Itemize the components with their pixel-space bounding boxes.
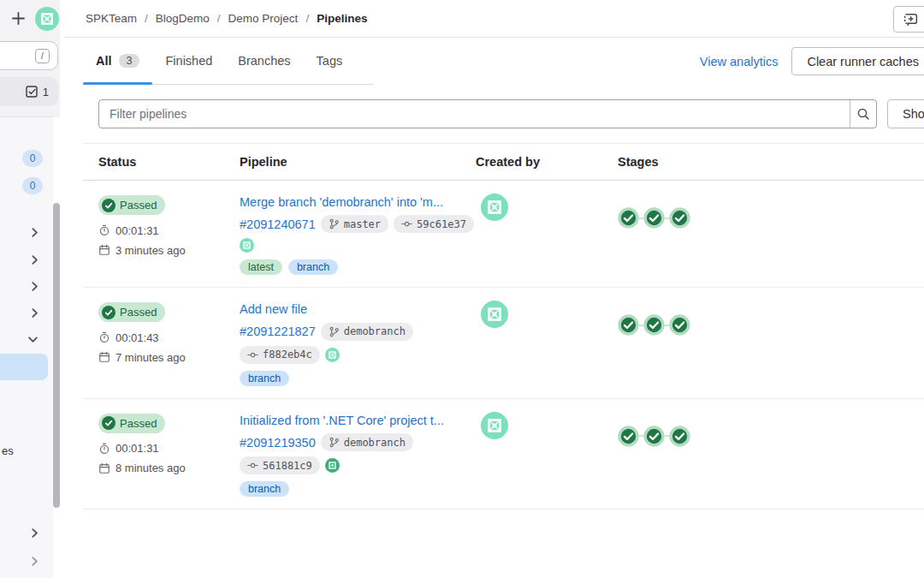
commit-sha-pill[interactable]: 59c61e37 [394,215,474,233]
nav-expand-chevron[interactable] [29,227,40,238]
pipeline-duration: 00:01:31 [98,442,240,455]
left-sidebar: / 1 0 0 es [0,0,65,578]
branch-name: master [344,218,381,230]
stage-passed[interactable] [643,426,665,447]
creator-avatar[interactable] [481,412,508,439]
pipeline-age: 7 minutes ago [98,351,240,364]
pipeline-duration: 00:01:31 [98,224,240,237]
pipeline-title-link[interactable]: Initialized from '.NET Core' project t..… [240,414,476,428]
breadcrumb: SPKTeam / BlogDemo / Demo Project / Pipe… [86,12,367,25]
column-header-pipeline: Pipeline [240,155,476,169]
stage-passed[interactable] [643,207,665,229]
commit-author-avatar[interactable] [325,458,340,473]
nav-expand-chevron[interactable] [29,307,40,319]
branch-ref-pill[interactable]: demobranch [321,433,413,451]
nav-expand-chevron[interactable] [29,527,40,539]
commit-sha-pill[interactable]: f882eb4c [240,346,320,364]
pipeline-title-link[interactable]: Add new file [240,302,476,317]
creator-avatar[interactable] [481,301,508,328]
stage-passed[interactable] [618,314,639,336]
view-analytics-link[interactable]: View analytics [700,55,779,69]
stages-cell [618,414,924,497]
breadcrumb-project[interactable]: Demo Project [228,12,299,25]
age-text: 8 minutes ago [116,462,186,474]
search-button[interactable] [850,100,876,128]
created-by-cell [476,195,618,275]
stage-passed[interactable] [643,314,665,336]
commit-author-avatar[interactable] [240,238,254,253]
chevron-right-icon [29,227,40,238]
nav-collapse-chevron[interactable] [27,334,38,345]
commit-sha: 59c61e37 [417,218,466,230]
bubble-plus-icon [903,11,919,27]
status-badge[interactable]: Passed [98,414,165,433]
pipeline-tags: branch [240,371,476,386]
bubble-plus-button[interactable] [893,6,924,33]
todos-button[interactable]: 1 [0,77,58,106]
nav-expand-chevron[interactable] [29,281,40,292]
pipeline-id-link[interactable]: #2091221827 [240,325,316,338]
status-badge[interactable]: Passed [98,302,165,322]
tab-tags[interactable]: Tags [304,38,356,84]
pipeline-title-link[interactable]: Merge branch 'demobranch' into 'm... [240,195,476,210]
create-new-button[interactable] [10,10,27,27]
stage-check-icon [643,314,665,336]
nav-count-badge[interactable]: 0 [22,177,43,194]
tag-branch: branch [240,371,289,386]
status-badge[interactable]: Passed [98,195,165,215]
status-passed-icon [102,416,116,430]
pipeline-id-link[interactable]: #2091219350 [240,436,316,450]
commit-author-avatar[interactable] [325,348,340,362]
nav-expand-chevron[interactable] [29,254,40,265]
creator-avatar[interactable] [481,194,508,221]
status-cell: Passed 00:01:43 7 minutes ago [98,302,240,385]
pipeline-meta: #2091240671 master 59c61e37 [240,215,476,253]
sidebar-divider [0,116,53,117]
branch-ref-pill[interactable]: master [321,215,388,233]
pipeline-scope-tabs: All 3 Finished Branches Tags [83,38,374,85]
filter-pipelines-input[interactable] [99,100,850,128]
branch-icon [329,437,340,448]
sidebar-scrollbar[interactable] [53,203,60,508]
commit-icon [401,218,412,229]
stages-cell [618,195,924,275]
sidebar-item-pipelines-selected[interactable] [0,354,48,380]
slash-shortcut-key: / [35,49,50,63]
stage-check-icon [618,207,639,229]
user-avatar[interactable] [35,7,59,31]
stage-passed[interactable] [669,207,690,229]
commit-sha: f882eb4c [263,349,312,361]
tab-finished[interactable]: Finished [152,38,225,84]
nav-count-badge[interactable]: 0 [22,150,43,167]
stage-check-icon [643,426,665,447]
table-row: Passed 00:01:31 3 minutes ago Merge bran… [83,181,924,288]
breadcrumb-separator: / [145,12,148,25]
branch-ref-pill[interactable]: demobranch [321,323,413,341]
sidebar-search-input[interactable]: / [0,41,58,70]
breadcrumb-group[interactable]: SPKTeam [86,12,137,25]
tab-all[interactable]: All 3 [83,38,152,84]
show-pipeline-id-button[interactable]: Show [887,99,924,128]
stage-passed[interactable] [618,207,639,229]
breadcrumb-current-page: Pipelines [317,12,367,25]
pipeline-id-link[interactable]: #2091240671 [240,217,316,231]
table-header-row: Status Pipeline Created by Stages [83,144,924,181]
nav-expand-chevron[interactable] [29,556,40,567]
tag-branch: branch [240,481,289,497]
tab-branches[interactable]: Branches [225,38,303,84]
stage-passed[interactable] [669,426,690,447]
commit-sha-pill[interactable]: 561881c9 [240,456,320,474]
stage-passed[interactable] [669,314,690,336]
breadcrumb-separator: / [217,12,221,25]
stage-check-icon [669,207,690,229]
commit-sha: 561881c9 [263,460,312,472]
stage-passed[interactable] [618,426,639,447]
breadcrumb-subgroup[interactable]: BlogDemo [156,12,210,25]
created-by-cell [476,302,618,385]
column-header-stages: Stages [618,155,924,169]
pipeline-cell: Add new file #2091221827 demobranch f882… [240,302,476,385]
age-text: 3 minutes ago [116,244,186,257]
clear-runner-caches-button[interactable]: Clear runner caches [791,47,924,75]
column-header-status: Status [98,155,240,169]
chevron-right-icon [29,527,40,539]
